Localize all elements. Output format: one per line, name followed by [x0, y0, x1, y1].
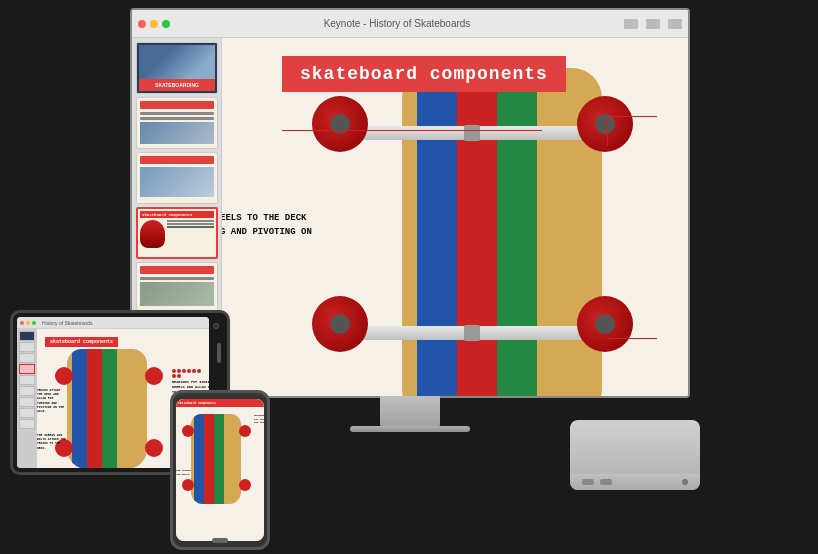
- tablet-camera: [213, 323, 219, 329]
- slide-thumbnail-2[interactable]: [136, 97, 218, 149]
- iphone-content: skateboard components BEARINGS FIT INSID…: [176, 399, 264, 541]
- kingpin-bottom: [464, 325, 480, 341]
- iphone-device: skateboard components BEARINGS FIT INSID…: [170, 390, 270, 550]
- iphone-slide-title: skateboard components: [176, 399, 264, 407]
- wheel-inner-tl: [330, 114, 350, 134]
- annotation-line-screws: [607, 338, 657, 339]
- kingpin-top: [464, 125, 480, 141]
- slide-thumbnail-1[interactable]: SKATEBOARDING: [136, 42, 218, 94]
- toolbar-icon: [624, 19, 638, 29]
- ts-thumb-6: [19, 386, 35, 396]
- truck-bottom: [357, 318, 587, 348]
- mac-mini-front: [570, 474, 700, 490]
- ts-thumb-5: [19, 375, 35, 385]
- tablet-sidebar: [17, 329, 37, 468]
- toolbar-icon: [646, 19, 660, 29]
- tablet-trucks-annotation: TRUCKS ATTACH THE DECK AND ALLOW FOR TUR…: [37, 389, 67, 414]
- iphone-screen: skateboard components BEARINGS FIT INSID…: [176, 399, 264, 541]
- tablet-wheel-br: [145, 439, 163, 457]
- slide-thumbnail-3[interactable]: [136, 152, 218, 204]
- annotation-line-bearings: [607, 116, 657, 117]
- wheel-inner-bl: [330, 314, 350, 334]
- truck-top: [357, 118, 587, 148]
- annotation-line-bearings-v: [607, 116, 608, 146]
- deck-annotation-text: DECK IS PLATFORM: [222, 373, 322, 387]
- tablet-wheel-tl: [55, 367, 73, 385]
- tablet-close: [20, 321, 24, 325]
- wheel-bottom-right: [577, 296, 633, 352]
- mac-mini-power-led: [682, 479, 688, 485]
- window-title: Keynote - History of Skateboards: [174, 18, 620, 29]
- close-button[interactable]: [138, 20, 146, 28]
- tablet-title: History of Skateboards: [42, 320, 93, 326]
- iphone-frame: skateboard components BEARINGS FIT INSID…: [170, 390, 270, 550]
- toolbar-icons: [624, 19, 682, 29]
- skateboard-illustration: TRUCKS ATTACH THE WHEELS TO THE DECK AND…: [342, 48, 688, 396]
- tablet-slide-title: skateboard components: [45, 337, 118, 347]
- slide-title-text: skateboard components: [300, 64, 548, 84]
- ts-thumb-9: [19, 419, 35, 429]
- mac-mini-body: [570, 420, 700, 490]
- mac-mini-device: [570, 420, 710, 510]
- tablet-wheel-tr: [145, 367, 163, 385]
- wheel-top-right: [577, 96, 633, 152]
- iphone-screws-text: THE SCREWS AND BOLTS: [176, 469, 191, 476]
- tablet-maximize: [32, 321, 36, 325]
- iphone-bearings-text: BEARINGS FIT INSIDE THE WHEELS: [254, 414, 264, 425]
- iphone-home-button: [212, 538, 228, 543]
- monitor-toolbar: Keynote - History of Skateboards: [132, 10, 688, 38]
- iphone-wheel-br: [239, 479, 251, 491]
- minimize-button[interactable]: [150, 20, 158, 28]
- ts-thumb-4: [19, 364, 35, 374]
- toolbar-icon: [668, 19, 682, 29]
- mac-mini-port-1: [582, 479, 594, 485]
- slide-title-banner: skateboard components: [282, 56, 566, 92]
- tablet-screws-text: THE SCREWS AND BOLTS ATTACH THE TRUCKS T…: [37, 434, 67, 451]
- tablet-toolbar: History of Skateboards: [17, 317, 209, 329]
- deck-annotation: DECK IS PLATFORM: [222, 373, 322, 387]
- tablet-deck: [67, 349, 147, 468]
- ts-thumb-2: [19, 342, 35, 352]
- iphone-wheel-tr: [239, 425, 251, 437]
- wheel-bottom-left: [312, 296, 368, 352]
- iphone-wheel-bl: [182, 479, 194, 491]
- fullscreen-button[interactable]: [162, 20, 170, 28]
- monitor-stand: [380, 396, 440, 428]
- annotation-line-trucks-left: [282, 130, 502, 131]
- ts-thumb-8: [19, 408, 35, 418]
- wheel-top-left: [312, 96, 368, 152]
- slide-thumbnail-5[interactable]: [136, 262, 218, 314]
- main-slide-area: skateboard components: [222, 38, 688, 396]
- ts-thumb-3: [19, 353, 35, 363]
- iphone-deck: [191, 414, 241, 504]
- trucks-annotation-text: TRUCKS ATTACH THE WHEELS TO THE DECK AND…: [222, 212, 312, 253]
- monitor-base: [350, 426, 470, 432]
- tablet-screws-annotation: THE SCREWS AND BOLTS ATTACH THE TRUCKS T…: [37, 434, 67, 451]
- mac-mini-port-2: [600, 479, 612, 485]
- wheel-inner-br: [595, 314, 615, 334]
- trucks-annotation: TRUCKS ATTACH THE WHEELS TO THE DECK AND…: [222, 168, 312, 253]
- iphone-wheel-tl: [182, 425, 194, 437]
- annotation-line-trucks: [502, 130, 542, 131]
- ts-thumb-7: [19, 397, 35, 407]
- ts-thumb-1: [19, 331, 35, 341]
- tablet-minimize: [26, 321, 30, 325]
- slide-thumbnail-4[interactable]: skateboard components: [136, 207, 218, 259]
- tablet-trucks-text: TRUCKS ATTACH THE DECK AND ALLOW FOR TUR…: [37, 389, 67, 414]
- wheel-inner-tr: [595, 114, 615, 134]
- tablet-side-button: [217, 343, 221, 363]
